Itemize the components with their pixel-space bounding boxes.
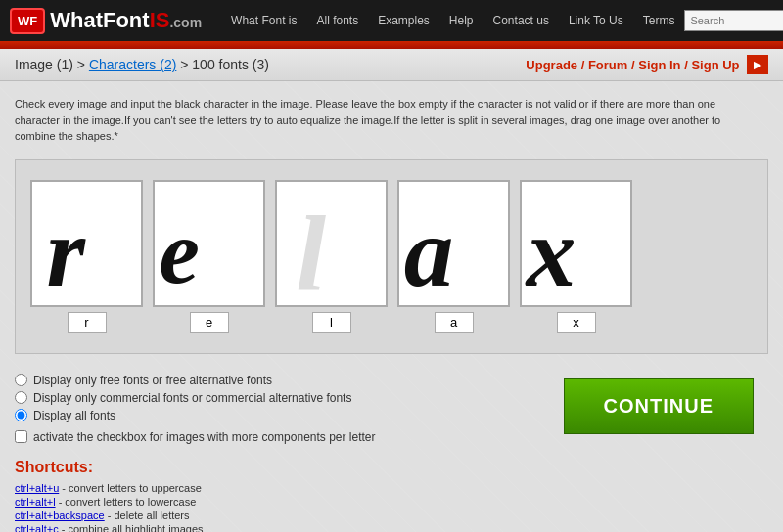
radio-commercial-label: Display only commercial fonts or commerc… (33, 391, 351, 405)
logo-area: WF WhatFontIS.com (10, 8, 202, 34)
nav-help[interactable]: Help (439, 10, 484, 31)
char-svg-a: a (399, 182, 508, 305)
char-image-e: e (153, 180, 265, 307)
svg-text:a: a (404, 198, 454, 305)
shortcut-combine: ctrl+alt+c - combine all highlight image… (15, 523, 768, 533)
shortcut-key-delete: ctrl+alt+backspace (15, 510, 105, 521)
svg-text:x: x (525, 198, 576, 305)
char-item-r: r (30, 180, 143, 333)
breadcrumb-image: Image (1) > (15, 57, 89, 72)
char-input-l[interactable] (312, 312, 351, 333)
char-image-a: a (397, 180, 510, 307)
breadcrumb-fonts: 100 fonts (3) (192, 57, 269, 72)
logo-name: WhatFontIS.com (50, 8, 202, 32)
svg-text:l: l (296, 194, 326, 305)
char-input-a[interactable] (435, 312, 474, 333)
nav: What Font is All fonts Examples Help Con… (221, 10, 684, 31)
nav-terms[interactable]: Terms (633, 10, 685, 31)
char-image-l: l (275, 180, 388, 307)
shortcut-desc-combine: - combine all highlight images (59, 523, 204, 533)
char-item-l: l (275, 180, 388, 333)
nav-allfonts[interactable]: All fonts (306, 10, 368, 31)
logo-badge[interactable]: WF (10, 8, 45, 34)
breadcrumb: Image (1) > Characters (2) > 100 fonts (… (15, 57, 269, 72)
char-image-r: r (30, 180, 143, 307)
radio-all-label: Display all fonts (33, 409, 115, 422)
shortcut-key-lowercase: ctrl+alt+l (15, 496, 56, 508)
breadcrumb-bar: Image (1) > Characters (2) > 100 fonts (… (0, 49, 783, 81)
nav-contact[interactable]: Contact us (484, 10, 559, 31)
instructions-text: Check every image and input the black ch… (15, 96, 739, 145)
char-input-e[interactable] (190, 312, 229, 333)
char-svg-l: l (277, 182, 386, 305)
logo-text: WhatFontIS.com (50, 8, 202, 33)
header-links: Upgrade / Forum / Sign In / Sign Up ► (526, 57, 768, 72)
radio-free[interactable] (15, 374, 27, 386)
svg-text:e: e (159, 200, 199, 301)
nav-linkto[interactable]: Link To Us (559, 10, 633, 31)
nav-examples[interactable]: Examples (368, 10, 439, 31)
checkbox-label: activate the checkbox for images with mo… (33, 430, 376, 444)
shortcuts-section: Shortcuts: ctrl+alt+u - convert letters … (15, 459, 768, 533)
shortcuts-title: Shortcuts: (15, 459, 768, 476)
breadcrumb-sep: > (176, 57, 192, 72)
char-item-x: x (520, 180, 632, 333)
char-input-x[interactable] (557, 312, 596, 333)
shortcut-desc-lowercase: - convert letters to lowercase (56, 496, 197, 508)
signup-link[interactable]: Sign Up (691, 58, 739, 72)
upgrade-link[interactable]: Upgrade (526, 58, 577, 72)
main-content: Check every image and input the black ch… (0, 81, 783, 532)
sub-header-bar (0, 41, 783, 49)
components-checkbox[interactable] (15, 430, 27, 443)
char-input-r[interactable] (68, 312, 107, 333)
signin-link[interactable]: Sign In (638, 58, 680, 72)
shortcut-uppercase: ctrl+alt+u - convert letters to uppercas… (15, 482, 768, 494)
header: WF WhatFontIS.com What Font is All fonts… (0, 0, 783, 41)
nav-whatfontis[interactable]: What Font is (221, 10, 306, 31)
shortcut-key-uppercase: ctrl+alt+u (15, 482, 59, 494)
char-image-x: x (520, 180, 632, 307)
shortcut-key-combine: ctrl+alt+c (15, 523, 59, 533)
radio-free-label: Display only free fonts or free alternat… (33, 374, 272, 387)
shortcut-lowercase: ctrl+alt+l - convert letters to lowercas… (15, 496, 768, 508)
char-item-e: e (153, 180, 265, 333)
forum-link[interactable]: Forum (588, 58, 627, 72)
char-svg-x: x (522, 182, 630, 305)
char-item-a: a (397, 180, 510, 333)
shortcut-desc-uppercase: - convert letters to uppercase (59, 482, 202, 494)
continue-button[interactable]: CONTINUE (564, 378, 754, 434)
characters-area: r e l (15, 159, 768, 354)
shortcut-delete: ctrl+alt+backspace - delete all letters (15, 510, 768, 521)
search-area: Go (684, 10, 783, 31)
search-input[interactable] (684, 10, 783, 31)
breadcrumb-characters[interactable]: Characters (2) (89, 57, 176, 72)
char-svg-e: e (155, 182, 263, 305)
char-svg-r: r (32, 182, 141, 305)
shortcut-desc-delete: - delete all letters (105, 510, 190, 521)
radio-commercial[interactable] (15, 391, 27, 404)
svg-text:r: r (46, 198, 86, 305)
radio-all[interactable] (15, 409, 27, 421)
